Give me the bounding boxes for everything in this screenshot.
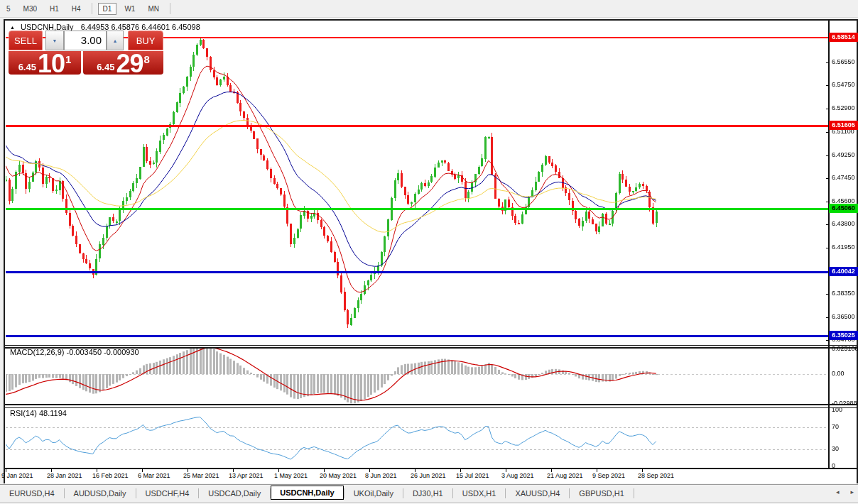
macd-chart-canvas[interactable] [6,348,828,404]
macd-tick-label: 0.025108 [832,345,858,352]
chart-tab-ukoil[interactable]: UKOil,Daily [344,487,403,500]
hline-price-badge: 6.35025 [829,331,858,340]
price-tick-label: 6.47450 [832,174,855,181]
arrow-down-icon: ▼ [53,38,58,43]
sell-price-pip-digit: 1 [65,53,71,65]
price-tick-mark [826,224,829,225]
tab-scroll-left-icon[interactable]: ◂ [836,488,840,495]
date-tick-label: 3 Aug 2021 [501,472,534,479]
date-tick-label: 28 Sep 2021 [638,472,674,479]
date-tick-label: 8 Jun 2021 [365,472,397,479]
current-price-badge: 6.45060 [829,204,858,213]
timeframe-button-h4[interactable]: H4 [67,3,86,15]
tab-scroll-nav: ◂▸ [836,488,854,495]
date-tick-label: 9 Sep 2021 [592,472,625,479]
trading-terminal-screen: 5M30H1H4D1W1MN ▲ USDCNH,Daily 6.44953 6.… [0,0,858,504]
buy-button[interactable]: BUY [128,31,163,50]
rsi-tick-label: 100 [832,406,842,413]
chart-tab-usdcnh[interactable]: USDCNH,Daily [271,486,343,500]
chart-tab-usdchf[interactable]: USDCHF,H4 [136,487,199,500]
rsi-chart-canvas[interactable] [6,409,828,468]
price-tick-mark [826,294,829,295]
toolbar-separator [170,3,170,14]
macd-tick-label: 0.00 [832,370,845,377]
price-tick-mark [826,248,829,248]
chart-window: ▲ USDCNH,Daily 6.44953 6.45876 6.44601 6… [4,19,858,483]
chart-tab-bar: EURUSD,H4AUDUSD,DailyUSDCHF,H4USDCAD,Dai… [0,484,858,503]
panel-separator[interactable] [5,404,857,408]
price-axis: 6.565506.547506.529006.511006.492506.474… [829,21,857,482]
panel-separator[interactable] [5,345,857,349]
hline-price-badge: 6.51605 [829,121,858,130]
chart-tab-eurusd[interactable]: EURUSD,H4 [0,487,64,500]
rsi-tick-label: 70 [832,423,839,430]
timeframe-button-w1[interactable]: W1 [119,3,140,15]
buy-price-big-digits: 29 [116,53,143,75]
sell-button[interactable]: SELL [9,31,43,50]
price-tick-label: 6.38350 [832,290,855,297]
chart-tab-usdx[interactable]: USDX,H1 [453,487,506,500]
date-tick-label: 13 Apr 2021 [229,472,264,479]
date-tick-label: 1 May 2021 [274,472,308,479]
price-tick-label: 6.54750 [832,81,855,88]
tab-separator [634,488,634,498]
price-tick-label: 6.43800 [832,220,855,227]
date-tick-label: 25 Mar 2021 [183,472,219,479]
price-tick-mark [826,62,829,63]
timeframe-button-h1[interactable]: H1 [45,3,64,15]
hline-price-badge: 6.58514 [829,33,858,42]
price-tick-mark [826,132,829,133]
toolbar-separator [92,3,92,14]
price-tick-label: 6.56550 [832,58,855,65]
price-tick-mark [826,85,829,86]
sell-price-big-digits: 10 [38,53,65,75]
arrow-up-icon: ▲ [113,38,118,43]
price-tick-label: 6.41950 [832,243,855,251]
price-tick-label: 6.36500 [832,313,855,320]
volume-decrease-button[interactable]: ▼ [45,31,64,50]
price-tick-mark [826,109,829,109]
buy-price-prefix: 6.45 [97,62,114,72]
chart-tab-audusd[interactable]: AUDUSD,Daily [65,487,136,500]
collapse-arrow-icon[interactable]: ▲ [10,25,15,30]
price-tick-mark [826,155,829,156]
date-tick-label: 15 Jul 2021 [456,472,489,479]
price-tick-mark [826,317,829,318]
timeframe-button-5[interactable]: 5 [1,3,16,15]
rsi-tick-label: 30 [832,445,839,452]
date-tick-label: 21 Aug 2021 [547,472,583,479]
volume-field-frame [64,31,107,50]
date-tick-label: 9 Jan 2021 [1,472,33,479]
hline-price-badge: 6.40042 [829,267,858,276]
price-tick-label: 6.52900 [832,104,855,111]
date-tick-label: 26 Jun 2021 [411,472,446,479]
volume-input[interactable] [65,31,104,48]
timeframe-button-m30[interactable]: M30 [18,3,42,15]
timeframe-toolbar: 5M30H1H4D1W1MN [0,0,858,18]
chart-tab-xauusd[interactable]: XAUUSD,H4 [506,487,569,500]
sell-price-quote[interactable]: 6.45101 [9,51,81,75]
rsi-tick-label: 0 [832,462,835,469]
one-click-trading-panel: SELL ▼ ▲ BUY 6.45101 6.45298 [9,31,163,75]
chart-tab-gbpusd[interactable]: GBPUSD,H1 [570,487,634,500]
chart-tab-dj30[interactable]: DJ30,H1 [403,487,452,500]
tab-scroll-right-icon[interactable]: ▸ [850,488,854,495]
date-tick-label: 6 Mar 2021 [138,472,170,479]
timeframe-button-d1[interactable]: D1 [98,3,117,15]
buy-price-quote[interactable]: 6.45298 [83,51,163,75]
price-tick-label: 6.49250 [832,151,855,158]
price-tick-mark [826,202,829,202]
sell-price-prefix: 6.45 [18,62,36,72]
volume-increase-button[interactable]: ▲ [107,31,124,50]
chart-tab-usdcad[interactable]: USDCAD,Daily [199,487,270,500]
price-tick-mark [826,178,829,179]
timeframe-button-mn[interactable]: MN [143,3,164,15]
buy-price-pip-digit: 8 [144,53,150,65]
date-tick-label: 16 Feb 2021 [92,472,129,479]
date-tick-label: 28 Jan 2021 [47,472,82,479]
date-tick-label: 20 May 2021 [320,472,357,479]
